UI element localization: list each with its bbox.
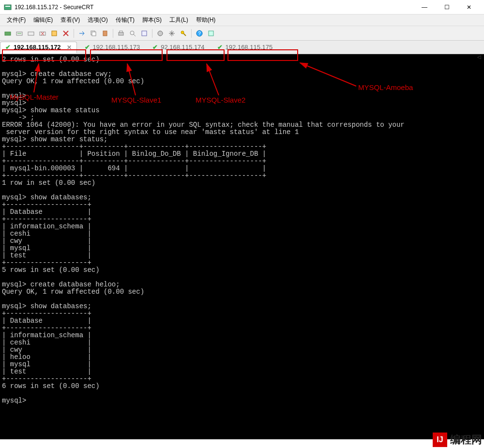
tb-key-icon[interactable] bbox=[179, 29, 188, 38]
svg-rect-10 bbox=[119, 32, 123, 35]
tab-label: 192.168.115.172 bbox=[14, 44, 61, 51]
svg-rect-13 bbox=[142, 31, 147, 36]
menu-view[interactable]: 查看(V) bbox=[58, 15, 83, 25]
session-tab-4[interactable]: ✔ 192.168.115.175 bbox=[212, 42, 278, 53]
svg-rect-4 bbox=[28, 32, 34, 35]
svg-rect-8 bbox=[92, 32, 96, 36]
svg-rect-11 bbox=[120, 31, 122, 32]
tb-copy-icon[interactable] bbox=[89, 29, 98, 38]
connected-icon: ✔ bbox=[152, 44, 158, 51]
title-bar: 192.168.115.172 - SecureCRT — ☐ ✕ bbox=[0, 0, 484, 15]
tb-find-icon[interactable] bbox=[128, 29, 137, 38]
watermark-logo: IJ bbox=[433, 433, 447, 447]
maximize-button[interactable]: ☐ bbox=[436, 0, 458, 15]
tb-print-icon[interactable] bbox=[116, 29, 126, 38]
svg-point-14 bbox=[158, 31, 163, 36]
svg-rect-18 bbox=[209, 31, 213, 36]
menu-tools[interactable]: 工具(L) bbox=[166, 15, 191, 25]
menu-bar: 文件(F) 编辑(E) 查看(V) 选项(O) 传输(T) 脚本(S) 工具(L… bbox=[0, 15, 484, 26]
svg-point-12 bbox=[130, 31, 134, 35]
tab-label: 192.168.115.173 bbox=[93, 44, 140, 51]
svg-rect-0 bbox=[4, 5, 11, 10]
svg-rect-6 bbox=[52, 31, 57, 36]
tab-label: 92.168.115.174 bbox=[161, 44, 204, 51]
tb-cancel-icon[interactable] bbox=[61, 29, 71, 38]
session-tab-1[interactable]: ✔ 192.168.115.172 ✕ bbox=[0, 42, 77, 53]
menu-transfer[interactable]: 传输(T) bbox=[113, 15, 137, 25]
watermark-text: 编程网 bbox=[450, 433, 482, 447]
menu-options[interactable]: 选项(O) bbox=[85, 15, 110, 25]
session-tab-3[interactable]: ✔ 92.168.115.174 bbox=[148, 42, 209, 53]
tb-separator bbox=[113, 29, 113, 38]
tab-label: 192.168.115.175 bbox=[226, 44, 273, 51]
tb-separator bbox=[152, 29, 152, 38]
minimize-button[interactable]: — bbox=[413, 0, 436, 15]
menu-file[interactable]: 文件(F) bbox=[4, 15, 29, 25]
svg-text:?: ? bbox=[198, 31, 201, 36]
menu-edit[interactable]: 编辑(E) bbox=[30, 15, 56, 25]
close-button[interactable]: ✕ bbox=[458, 0, 480, 15]
menu-help[interactable]: 帮助(H) bbox=[193, 15, 219, 25]
tb-quick-connect-icon[interactable] bbox=[15, 29, 24, 38]
svg-rect-9 bbox=[103, 31, 107, 36]
terminal-output[interactable]: 2 rows in set (0.00 sec) mysql> create d… bbox=[0, 54, 484, 439]
tb-paste-icon[interactable] bbox=[100, 29, 110, 38]
tb-session-icon[interactable] bbox=[49, 29, 59, 38]
tb-enter-icon[interactable] bbox=[77, 29, 87, 38]
window-controls: — ☐ ✕ bbox=[413, 0, 480, 15]
connected-icon: ✔ bbox=[5, 44, 11, 51]
tb-disconnect-icon[interactable] bbox=[38, 29, 47, 38]
tb-help-icon[interactable]: ? bbox=[195, 29, 204, 38]
svg-rect-2 bbox=[5, 32, 11, 35]
toolbar: ? bbox=[0, 26, 484, 41]
menu-script[interactable]: 脚本(S) bbox=[139, 15, 165, 25]
tb-connect-icon[interactable] bbox=[3, 29, 13, 38]
tb-separator bbox=[191, 29, 192, 38]
tab-close-icon[interactable]: ✕ bbox=[67, 44, 72, 51]
svg-rect-1 bbox=[5, 6, 10, 7]
tab-overflow-icon[interactable]: ◁ bbox=[477, 54, 481, 60]
tb-separator bbox=[74, 29, 74, 38]
connected-icon: ✔ bbox=[217, 44, 223, 51]
watermark: IJ 编程网 bbox=[433, 433, 482, 447]
window-title: 192.168.115.172 - SecureCRT bbox=[15, 4, 413, 11]
tb-transfer-icon[interactable] bbox=[206, 29, 216, 38]
connected-icon: ✔ bbox=[85, 44, 90, 51]
tb-settings-icon[interactable] bbox=[167, 29, 177, 38]
tb-props-icon[interactable] bbox=[139, 29, 149, 38]
tb-reconnect-icon[interactable] bbox=[26, 29, 36, 38]
session-tab-bar: ✔ 192.168.115.172 ✕ ✔ 192.168.115.173 ✔ … bbox=[0, 41, 484, 54]
session-tab-2[interactable]: ✔ 192.168.115.173 bbox=[80, 42, 145, 53]
app-icon bbox=[4, 3, 12, 11]
tb-options-icon[interactable] bbox=[155, 29, 165, 38]
